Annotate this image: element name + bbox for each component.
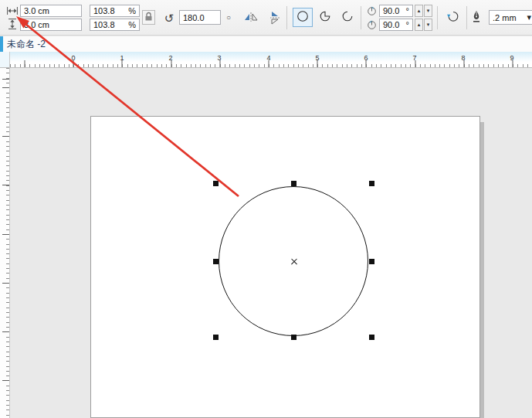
start-angle-spin-down[interactable]: ▾ (424, 5, 432, 17)
scale-height-value: 103.8 (93, 20, 115, 29)
percent-label: % (125, 6, 136, 15)
ruler-number: 1 (120, 54, 124, 62)
rotation-angle-input[interactable]: 180.0 (179, 10, 221, 25)
selection-handle-bottom[interactable] (291, 335, 296, 340)
separator (361, 6, 361, 29)
dropdown-arrow-icon: ▾ (524, 12, 531, 22)
scale-width-value: 103.8 (93, 6, 115, 15)
tab-accent (0, 36, 3, 52)
end-angle-spin-down[interactable]: ▾ (424, 19, 432, 31)
ruler-origin[interactable] (0, 52, 10, 68)
scale-width-input[interactable]: 103.8 % (90, 5, 140, 17)
vertical-ruler[interactable] (0, 68, 10, 418)
ruler-number: 3 (217, 54, 221, 62)
selection-handle-top-right[interactable] (369, 181, 374, 186)
change-direction-icon (446, 10, 460, 25)
lock-ratio-button[interactable] (142, 10, 155, 25)
mirror-horizontal-button[interactable] (241, 9, 260, 26)
degree-circle-icon: ○ (224, 12, 233, 23)
arc-mode-button[interactable] (337, 8, 357, 27)
ruler-number: 4 (266, 54, 270, 62)
degree-label: ° (403, 20, 409, 29)
outline-width-select[interactable]: .2 mm ▾ (489, 10, 532, 25)
pie-icon (319, 10, 331, 25)
object-height-icon (8, 19, 16, 29)
ruler-number: 8 (461, 54, 465, 62)
object-height-input[interactable]: 3.0 cm (20, 19, 82, 31)
rotation-angle-value: 180.0 (183, 13, 205, 22)
start-angle-input[interactable]: 90.0 ° (379, 5, 413, 17)
selection-handle-left[interactable] (213, 259, 219, 264)
ruler-number: 7 (412, 54, 416, 62)
document-tab[interactable]: 未命名 -2 (7, 38, 46, 51)
object-center-marker[interactable] (290, 258, 298, 266)
selection-handle-top[interactable] (291, 181, 296, 186)
start-angle-value: 90.0 (383, 6, 399, 15)
ruler-number: 9 (510, 54, 513, 62)
separator (286, 6, 287, 29)
rotation-icon: ↺ (162, 10, 176, 25)
change-direction-button[interactable] (442, 8, 463, 27)
property-bar: 3.0 cm 3.0 cm 103.8 % 103.8 % ↺ 180.0 ○ (0, 0, 532, 36)
selection-handle-bottom-left[interactable] (213, 335, 219, 340)
mirror-vertical-button[interactable] (265, 9, 284, 26)
start-angle-spin-up[interactable]: ▴ (415, 5, 423, 17)
app-window: 3.0 cm 3.0 cm 103.8 % 103.8 % ↺ 180.0 ○ (0, 0, 532, 418)
arc-icon (341, 10, 354, 25)
end-angle-icon (367, 20, 377, 30)
separator (466, 6, 467, 29)
ruler-number: 2 (168, 54, 172, 62)
object-height-value: 3.0 cm (24, 20, 49, 29)
ruler-number: 0 (71, 54, 75, 62)
ellipse-mode-button[interactable] (293, 8, 313, 27)
ellipse-icon (296, 10, 309, 25)
ruler-number: 5 (315, 54, 319, 62)
horizontal-ruler[interactable]: 0 1 2 3 4 5 6 7 8 9 (10, 52, 532, 68)
end-angle-value: 90.0 (383, 20, 399, 29)
ruler-number: 6 (364, 54, 368, 62)
object-width-value: 3.0 cm (24, 6, 49, 15)
selection-handle-top-left[interactable] (213, 181, 219, 186)
ruler-major-ticks (10, 60, 532, 67)
document-tab-bar: 未命名 -2 (0, 36, 532, 52)
selection-handle-bottom-right[interactable] (369, 335, 374, 340)
mirror-horizontal-icon (244, 11, 258, 25)
mirror-vertical-icon (270, 11, 280, 25)
degree-label: ° (403, 6, 409, 15)
lock-icon (144, 11, 153, 25)
start-angle-icon (367, 6, 377, 16)
ruler-major-ticks (2, 68, 9, 418)
pie-mode-button[interactable] (315, 8, 335, 27)
end-angle-input[interactable]: 90.0 ° (379, 19, 413, 31)
outline-pen-icon (472, 10, 481, 22)
percent-label: % (125, 20, 136, 29)
end-angle-spin-up[interactable]: ▴ (415, 19, 423, 31)
scale-height-input[interactable]: 103.8 % (90, 19, 140, 31)
object-width-icon (7, 7, 18, 15)
object-width-input[interactable]: 3.0 cm (20, 5, 82, 17)
outline-width-value: .2 mm (493, 13, 517, 22)
separator (437, 6, 438, 29)
selection-handle-right[interactable] (369, 259, 374, 264)
